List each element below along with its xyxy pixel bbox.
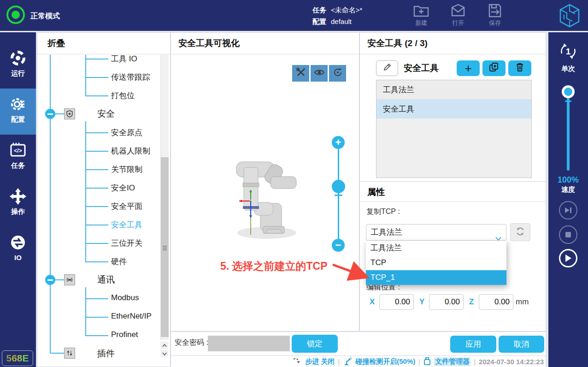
open-button[interactable]: 打开 [445, 4, 471, 27]
tree-item-plugin[interactable]: 插件 [97, 348, 115, 360]
stop-button[interactable] [559, 225, 577, 244]
x-axis-label: X [370, 297, 375, 307]
cycle-mode-button[interactable]: 1 [558, 41, 579, 64]
tree-scrollbar[interactable] [160, 55, 169, 340]
save-button[interactable]: 保存 [482, 4, 508, 27]
tree-item-safe-home[interactable]: 安全原点 [111, 127, 142, 138]
eye-icon [314, 68, 325, 78]
tree-panel-title[interactable]: 折叠 [37, 33, 170, 54]
collapse-toggle-comm[interactable] [45, 275, 55, 285]
brand-logo-icon [557, 3, 582, 30]
code-window-icon: </> [0, 141, 36, 160]
status-badge: 568E [2, 350, 33, 366]
delete-tool-button[interactable] [508, 60, 531, 76]
tree-item-packing[interactable]: 打包位 [111, 90, 135, 101]
speed-value: 100% [548, 175, 588, 185]
tree-item-ethernet-ip[interactable]: EtherNet/IP [111, 312, 152, 321]
refresh-tcp-button[interactable] [510, 223, 530, 241]
save-icon [482, 4, 508, 18]
task-config-block: 任务<未命名>* 配置default [312, 4, 362, 27]
tree-scrollbar-thumb[interactable] [161, 157, 169, 337]
tree-item-joint-limit[interactable]: 关节限制 [111, 164, 142, 175]
tree-item-tool-io[interactable]: 工具 IO [111, 53, 137, 64]
edit-name-button[interactable] [376, 60, 398, 76]
plugin-icon [64, 348, 75, 359]
tree-stub [85, 188, 108, 189]
lock-button[interactable]: 锁定 [292, 335, 338, 353]
safety-shield-icon [64, 108, 75, 119]
zoom-in-button[interactable]: + [332, 136, 345, 149]
bottom-action-strip: 安全密码 : 锁定 应用 取消 [171, 331, 546, 356]
new-file-icon [408, 4, 435, 18]
antenna-icon [64, 274, 75, 285]
tree-stub [85, 169, 108, 170]
sidebar-item-task[interactable]: </> 任务 [0, 135, 36, 181]
zoom-slider-knob[interactable] [332, 180, 345, 193]
step-mode-status[interactable]: 步进 关闭 [305, 357, 335, 366]
dropdown-option-tcp[interactable]: TCP [366, 255, 506, 270]
duplicate-tool-button[interactable] [482, 60, 506, 76]
top-bar: 正常模式 任务<未命名>* 配置default 新建 打开 保存 [0, 0, 588, 31]
tool-list-item-flange[interactable]: 工具法兰 [376, 80, 531, 100]
add-tool-button[interactable]: + [457, 60, 480, 76]
rotate-view-button[interactable] [329, 65, 346, 82]
tree-stub [85, 59, 108, 59]
visualization-title: 安全工具可视化 [171, 33, 359, 54]
sidebar-item-operate[interactable]: 操作 [0, 181, 36, 227]
tree-stub [85, 317, 108, 318]
tree-item-modbus[interactable]: Modbus [111, 293, 139, 302]
safety-password-input[interactable] [208, 336, 290, 351]
tools-settings-button[interactable] [292, 65, 309, 82]
collapse-toggle-safety[interactable] [45, 109, 55, 119]
plus-icon: + [465, 61, 471, 76]
tree-item-profinet[interactable]: Profinet [111, 330, 138, 339]
y-position-input[interactable]: 0.00 [429, 294, 464, 310]
tool-list-item-safety-tool[interactable]: 安全工具 [376, 100, 531, 118]
cycle-mode-label: 单次 [548, 65, 588, 73]
file-manager-link[interactable]: 文件管理器 [434, 357, 470, 366]
tree-item-conveyor[interactable]: 传送带跟踪 [111, 72, 150, 83]
tools-icon [296, 67, 306, 79]
tree-stub [50, 353, 64, 354]
sidebar-item-config[interactable]: 配置 [0, 89, 36, 135]
tree-item-robot-limit[interactable]: 机器人限制 [111, 146, 150, 156]
task-value: <未命名>* [331, 6, 362, 14]
speed-slider-track[interactable] [567, 95, 570, 171]
visibility-button[interactable] [311, 65, 328, 82]
x-position-input[interactable]: 0.00 [379, 294, 414, 310]
scroll-down-button[interactable] [160, 350, 168, 357]
tree-item-three-pos-switch[interactable]: 三位开关 [111, 238, 142, 249]
properties-title: 属性 [360, 181, 546, 202]
sidebar-item-io[interactable]: IO [0, 227, 36, 273]
apply-button[interactable]: 应用 [450, 336, 496, 353]
tree-item-safety[interactable]: 安全 [97, 108, 115, 120]
speed-slider-knob[interactable] [562, 85, 575, 98]
scroll-up-button[interactable] [160, 342, 168, 349]
unit-label: mm [516, 297, 529, 307]
copy-tcp-select[interactable]: 工具法兰 [366, 224, 506, 241]
scrollbar-grip [163, 246, 167, 247]
tree-item-comm[interactable]: 通讯 [97, 274, 115, 286]
step-forward-button[interactable] [559, 201, 577, 219]
zoom-out-button[interactable]: − [332, 239, 345, 252]
collision-status[interactable]: 碰撞检测开启(50%) [355, 357, 415, 366]
mode-label: 正常模式 [30, 12, 60, 21]
cancel-button[interactable]: 取消 [499, 336, 544, 353]
tree-stub [85, 151, 108, 152]
sidebar-item-run[interactable]: 运行 [0, 42, 36, 89]
dropdown-option-flange[interactable]: 工具法兰 [366, 241, 506, 255]
stop-icon [565, 231, 571, 238]
play-button[interactable] [559, 249, 577, 267]
tree-item-safe-tool[interactable]: 安全工具 [111, 219, 142, 230]
robot-3d-view[interactable] [226, 158, 305, 243]
z-position-input[interactable]: 0.00 [479, 294, 513, 310]
tree-item-safe-io[interactable]: 安全IO [111, 183, 135, 193]
dropdown-option-tcp1[interactable]: TCP_1 [366, 270, 506, 285]
tree-stub [85, 298, 108, 299]
speed-label: 速度 [548, 185, 588, 194]
status-indicator-icon [6, 6, 25, 24]
new-button[interactable]: 新建 [408, 4, 435, 27]
tree-item-hardware[interactable]: 硬件 [111, 256, 127, 267]
tree-item-safe-plane[interactable]: 安全平面 [111, 201, 142, 212]
zoom-slider-track[interactable] [338, 149, 339, 239]
